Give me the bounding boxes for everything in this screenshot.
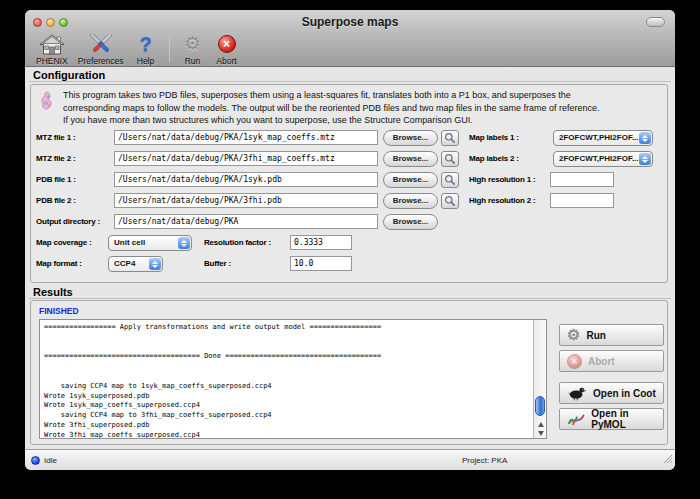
output-directory-label: Output directory : (36, 214, 100, 229)
output-directory-input[interactable] (114, 214, 378, 229)
pdb-file-2-label: PDB file 2 : (36, 193, 76, 208)
map-format-label: Map format : (36, 256, 82, 271)
configuration-groupbox: This program takes two PDB files, superp… (30, 84, 668, 283)
open-in-pymol-button[interactable]: Open in PyMOL (559, 408, 664, 430)
scroll-down-arrow-icon[interactable] (538, 431, 544, 436)
status-bar: Idle Project: PKA (25, 449, 675, 470)
toolbar-run-label: Run (181, 56, 205, 66)
toolbar-preferences-label: Preferences (78, 56, 124, 66)
map-coverage-select[interactable]: Unit cell (108, 235, 192, 251)
stepper-arrows-icon (178, 237, 190, 249)
molecule-thumbnail-icon (39, 90, 55, 116)
magnifier-icon (444, 174, 456, 186)
buffer-label: Buffer : (204, 256, 231, 271)
toolbar-preferences-button[interactable]: Preferences (73, 33, 129, 66)
abort-x-icon: × (218, 35, 236, 53)
abort-button[interactable]: × Abort (559, 350, 664, 372)
toolbar-toggle-button[interactable] (646, 17, 665, 27)
high-resolution-2-input[interactable] (550, 193, 614, 208)
scrollbar-thumb[interactable] (535, 396, 545, 416)
map-labels-1-select[interactable]: 2FOFCWT,PHI2FOF... (553, 130, 653, 146)
stepper-arrows-icon (639, 153, 651, 165)
run-gear-icon: ⚙ (184, 34, 201, 54)
pdb-file-1-inspect-button[interactable] (441, 172, 459, 188)
preferences-tools-icon (78, 33, 124, 55)
main-content: Configuration This program takes two PDB… (25, 67, 675, 449)
results-header: Results (33, 286, 73, 298)
pymol-molecule-icon (567, 412, 585, 427)
results-rule (29, 298, 671, 299)
program-description: This program takes two PDB files, superp… (63, 89, 600, 127)
map-labels-2-label: Map labels 2 : (469, 151, 519, 166)
map-labels-2-select[interactable]: 2FOFCWT,PHI2FOF... (553, 151, 653, 167)
map-labels-1-value: 2FOFCWT,PHI2FOF... (559, 133, 639, 142)
mtz-file-1-label: MTZ file 1 : (36, 130, 75, 145)
run-button[interactable]: ⚙ Run (559, 324, 664, 346)
toolbar-phenix-label: PHENIX (36, 56, 68, 66)
project-label: Project: PKA (462, 456, 507, 465)
map-coverage-label: Map coverage : (36, 235, 91, 250)
mtz-file-2-inspect-button[interactable] (441, 151, 459, 167)
toolbar-help-label: Help (134, 56, 158, 66)
magnifier-icon (444, 132, 456, 144)
window-chrome: Superpose maps PHENIX (25, 10, 675, 67)
configuration-header: Configuration (33, 69, 105, 81)
magnifier-icon (444, 195, 456, 207)
map-labels-2-value: 2FOFCWT,PHI2FOF... (559, 154, 639, 163)
abort-button-label: Abort (588, 356, 615, 367)
help-question-icon: ? (139, 33, 151, 56)
console-scrollbar[interactable] (533, 320, 546, 438)
status-state-text: Idle (44, 456, 57, 465)
mtz-file-1-browse-button[interactable]: Browse... (383, 130, 438, 146)
mtz-file-2-input[interactable] (114, 151, 378, 166)
map-coverage-value: Unit cell (114, 238, 145, 247)
results-groupbox: FINISHED ================= Apply transfo… (30, 300, 668, 445)
toolbar-phenix-button[interactable]: PHENIX (31, 33, 73, 66)
superpose-maps-window: Superpose maps PHENIX (25, 10, 675, 470)
mtz-file-2-browse-button[interactable]: Browse... (383, 151, 438, 167)
status-finished-label: FINISHED (39, 306, 79, 316)
console-output-text: ================= Apply transformations … (40, 320, 546, 439)
mtz-file-1-inspect-button[interactable] (441, 130, 459, 146)
stepper-arrows-icon (639, 132, 651, 144)
toolbar-run-button[interactable]: ⚙ Run (176, 33, 210, 66)
mtz-file-2-label: MTZ file 2 : (36, 151, 75, 166)
toolbar-divider (169, 34, 170, 62)
pdb-file-2-input[interactable] (114, 193, 378, 208)
resolution-factor-label: Resolution factor : (204, 235, 271, 250)
open-in-pymol-label: Open in PyMOL (591, 408, 663, 430)
log-console[interactable]: ================= Apply transformations … (39, 319, 547, 439)
coot-bird-icon (567, 386, 587, 401)
pdb-file-2-inspect-button[interactable] (441, 193, 459, 209)
pdb-file-1-input[interactable] (114, 172, 378, 187)
mtz-file-1-input[interactable] (114, 130, 378, 145)
magnifier-icon (444, 153, 456, 165)
toolbar-abort-button[interactable]: × Abort (210, 33, 244, 66)
pdb-file-2-browse-button[interactable]: Browse... (383, 193, 438, 209)
map-labels-1-label: Map labels 1 : (469, 130, 519, 145)
toolbar-help-button[interactable]: ? Help (129, 33, 163, 66)
pdb-file-1-label: PDB file 1 : (36, 172, 76, 187)
idle-status-dot-icon (31, 456, 40, 465)
run-gear-icon: ⚙ (567, 325, 580, 345)
title-bar[interactable]: Superpose maps (25, 10, 675, 32)
map-format-value: CCP4 (114, 259, 135, 268)
open-in-coot-button[interactable]: Open in Coot (559, 382, 664, 404)
open-in-coot-label: Open in Coot (593, 388, 656, 399)
abort-x-icon: × (567, 354, 582, 369)
stepper-arrows-icon (149, 258, 161, 270)
pdb-file-1-browse-button[interactable]: Browse... (383, 172, 438, 188)
toolbar: PHENIX Preferences (31, 33, 244, 66)
resize-grip[interactable] (662, 450, 673, 468)
scroll-up-arrow-icon[interactable] (538, 422, 544, 427)
phenix-home-icon (36, 33, 68, 55)
high-resolution-1-input[interactable] (550, 172, 614, 187)
output-directory-browse-button[interactable]: Browse... (383, 214, 438, 230)
configuration-rule (29, 81, 671, 82)
window-title: Superpose maps (25, 15, 675, 29)
resolution-factor-input[interactable] (290, 235, 352, 250)
map-format-select[interactable]: CCP4 (108, 256, 163, 272)
toolbar-abort-label: Abort (215, 56, 239, 66)
run-button-label: Run (586, 330, 605, 341)
buffer-input[interactable] (290, 256, 352, 271)
